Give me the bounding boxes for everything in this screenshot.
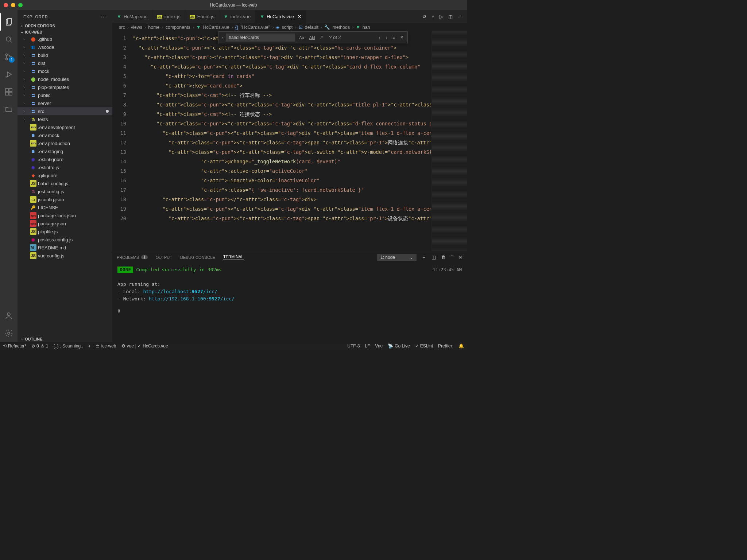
kill-terminal-icon[interactable]: 🗑 [441,254,446,260]
file-.env.production[interactable]: .ENV.env.production [18,139,112,147]
file-README.md[interactable]: M↓README.md [18,244,112,252]
status-eol[interactable]: LF [365,343,370,349]
tab-terminal[interactable]: TERMINAL [223,254,244,260]
prev-match-icon[interactable]: ↑ [378,35,382,40]
file-plopfile.js[interactable]: JSplopfile.js [18,228,112,236]
folder-plop-templates[interactable]: ›🗀plop-templates [18,83,112,91]
file-jsconfig.json[interactable]: {..}jsconfig.json [18,195,112,203]
match-case-icon[interactable]: Aa [298,35,305,40]
tab-HcMap.vue[interactable]: ▼HcMap.vue [112,10,152,23]
status-ports[interactable]: ᚐ [88,343,90,349]
file-postcss.config.js[interactable]: ◉postcss.config.js [18,236,112,244]
file-package-lock.json[interactable]: npmpackage-lock.json [18,211,112,219]
folder-server[interactable]: ›🗀server [18,99,112,107]
more-actions-icon[interactable]: ··· [458,14,462,19]
code-editor[interactable]: "c-attr">class="c-pun"><"c-attr">class="… [133,31,431,251]
explorer-icon[interactable] [0,13,18,31]
maximize-panel-icon[interactable]: ˄ [451,254,453,260]
breadcrumb-item[interactable]: views [131,25,142,30]
file-.gitignore[interactable]: ◆.gitignore [18,171,112,179]
breadcrumb-item[interactable]: home [148,25,159,30]
terminal-body[interactable]: 11:23:45 AM DONE Compiled successfully i… [112,263,467,342]
tab-problems[interactable]: PROBLEMS1 [117,255,148,260]
debug-icon[interactable] [0,66,18,83]
status-bell-icon[interactable]: 🔔 [458,343,464,349]
settings-icon[interactable] [0,324,18,342]
status-eslint[interactable]: ✓ ESLint [415,343,433,349]
folder-mock[interactable]: ›🗀mock [18,67,112,75]
breadcrumb-item[interactable]: components [166,25,190,30]
folder-.github[interactable]: ›⬤.github [18,35,112,43]
close-tab-icon[interactable]: ✕ [298,14,302,19]
split-editor-icon[interactable]: ◫ [448,14,453,19]
file-vue.config.js[interactable]: JSvue.config.js [18,252,112,260]
minimize-window-icon[interactable] [11,3,15,7]
next-match-icon[interactable]: ↓ [384,35,389,40]
extensions-icon[interactable] [0,83,18,101]
tab-debug-console[interactable]: DEBUG CONSOLE [180,255,215,260]
diff-icon[interactable]: ⑂ [431,14,434,19]
search-icon[interactable] [0,31,18,48]
run-icon[interactable]: ▷ [440,14,443,19]
breadcrumb-item[interactable]: default [305,25,319,30]
project-section[interactable]: ⌄ICC-WEB [18,29,112,35]
open-editors-section[interactable]: ›OPEN EDITORS [18,23,112,29]
folder-build[interactable]: ›🗀build [18,51,112,59]
file-LICENSE[interactable]: 🔑LICENSE [18,203,112,211]
minimap[interactable] [431,31,467,251]
status-scanning[interactable]: {..} : Scanning.. [53,343,83,349]
file-.env.development[interactable]: .ENV.env.development [18,123,112,131]
status-encoding[interactable]: UTF-8 [347,343,360,349]
scm-icon[interactable]: 1 [0,48,18,66]
file-package.json[interactable]: npmpackage.json [18,219,112,228]
folder-node_modules[interactable]: ›⬤node_modules [18,75,112,83]
status-vue[interactable]: ⚙ vue | ✓ HcCards.vue [121,343,168,349]
outline-section[interactable]: ›OUTLINE [18,336,112,342]
status-language[interactable]: Vue [375,343,383,349]
breadcrumb[interactable]: src›views›home›components›▼ HcCards.vue›… [112,23,467,31]
breadcrumb-item[interactable]: src [119,25,125,30]
folder-.vscode[interactable]: ›◧.vscode [18,43,112,51]
timeline-icon[interactable]: ↺ [422,14,426,19]
account-icon[interactable] [0,307,18,324]
tab-index.js[interactable]: JSindex.js [152,10,185,23]
breadcrumb-item[interactable]: "HcCards.vue" [240,25,270,30]
status-problems[interactable]: ⊘ 0 ⚠ 1 [31,343,48,349]
breadcrumb-item[interactable]: methods [332,25,350,30]
status-folder[interactable]: 🗀 icc-web [96,343,116,349]
close-window-icon[interactable] [4,3,8,7]
tab-Enum.js[interactable]: JSEnum.js [185,10,219,23]
regex-icon[interactable]: .* [319,35,324,40]
status-refactor[interactable]: ⟲ Refactor* [3,343,26,349]
more-icon[interactable]: ··· [101,15,107,19]
tab-HcCards.vue[interactable]: ▼HcCards.vue✕ [255,10,306,23]
tab-output[interactable]: OUTPUT [156,255,172,260]
find-input[interactable] [226,34,295,42]
breadcrumb-item[interactable]: HcCards.vue [203,25,229,30]
match-word-icon[interactable]: Abl [308,35,316,40]
folder-tests[interactable]: ›⚗tests [18,115,112,123]
breadcrumb-item[interactable]: han [363,25,370,30]
folder-dist[interactable]: ›🗀dist [18,59,112,67]
folder-icon[interactable] [0,101,18,118]
status-golive[interactable]: 📡 Go Live [388,343,410,349]
maximize-window-icon[interactable] [18,3,23,7]
file-.env.staging[interactable]: 🗎.env.staging [18,147,112,155]
file-.eslintrc.js[interactable]: ◉.eslintrc.js [18,163,112,171]
split-terminal-icon[interactable]: ◫ [431,254,436,260]
file-jest.config.js[interactable]: ⚗jest.config.js [18,187,112,195]
breadcrumb-item[interactable]: script [282,25,293,30]
status-prettier[interactable]: Prettier: [438,343,453,349]
find-expand-icon[interactable]: › [221,35,223,40]
new-terminal-icon[interactable]: ＋ [422,254,426,261]
close-find-icon[interactable]: ✕ [399,34,405,40]
tab-index.vue[interactable]: ▼index.vue [219,10,256,23]
close-panel-icon[interactable]: ✕ [458,254,462,260]
folder-src[interactable]: ›🗀src [18,107,112,115]
terminal-selector[interactable]: 1: node⌄ [377,254,417,261]
file-.env.mock[interactable]: 🗎.env.mock [18,131,112,139]
file-.eslintignore[interactable]: ◉.eslintignore [18,155,112,163]
find-in-selection-icon[interactable]: ≡ [392,35,396,40]
folder-public[interactable]: ›🗀public [18,91,112,99]
file-babel.config.js[interactable]: JSbabel.config.js [18,179,112,187]
